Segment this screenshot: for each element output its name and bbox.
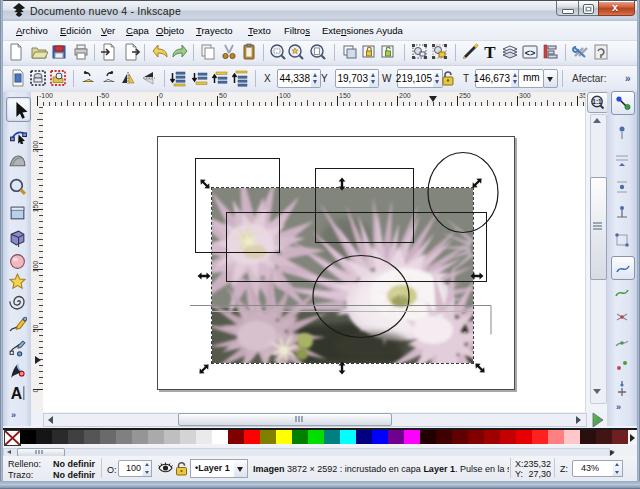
svg-text:T: T [484,43,496,61]
svg-text:1:1: 1:1 [592,98,602,105]
svg-text:<>: <> [525,48,536,58]
svg-text:A: A [11,385,23,402]
